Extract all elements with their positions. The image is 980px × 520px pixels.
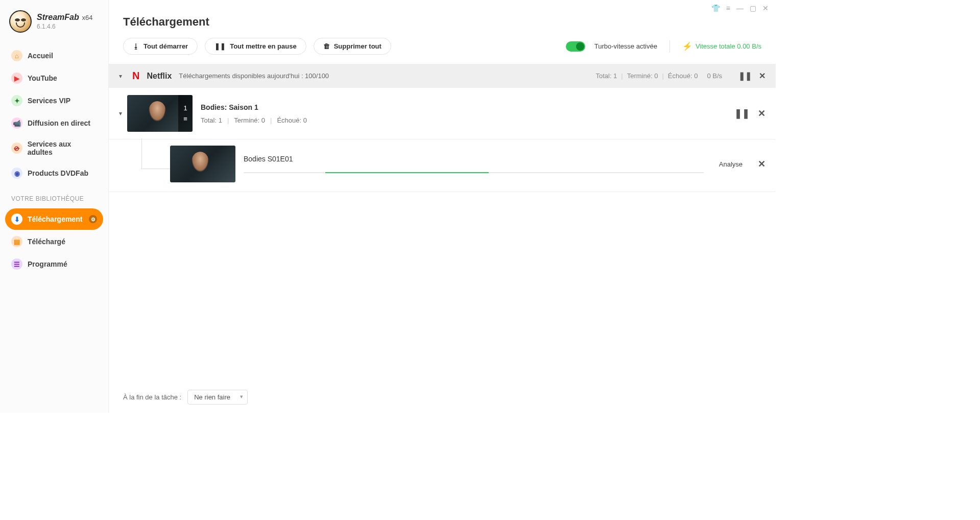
thumbnail-overlay: 1 ≡: [178, 95, 193, 132]
cancel-group-button[interactable]: ✕: [759, 71, 766, 81]
start-all-button[interactable]: ⭳ Tout démarrer: [123, 38, 198, 55]
sidebar-item-dvdfab[interactable]: ◉ Products DVDFab: [5, 162, 103, 184]
pause-season-button[interactable]: ❚❚: [734, 108, 750, 119]
sidebar-item-home[interactable]: ⌂ Accueil: [5, 45, 103, 66]
pause-icon: ❚❚: [214, 42, 226, 50]
chevron-down-icon[interactable]: ▾: [119, 73, 122, 80]
sidebar-item-downloaded[interactable]: ▤ Téléchargé: [5, 231, 103, 252]
download-start-icon: ⭳: [133, 42, 139, 50]
page-title: Téléchargement: [109, 0, 776, 38]
dvdfab-icon: ◉: [11, 168, 22, 179]
pause-group-button[interactable]: ❚❚: [738, 71, 752, 81]
app-logo-block: StreamFab x64 6.1.4.6: [0, 10, 108, 42]
tree-connector: [141, 138, 172, 169]
adult-icon: ⊘: [11, 143, 22, 154]
download-icon: ⬇: [11, 214, 22, 225]
sidebar-item-downloading[interactable]: ⬇ Téléchargement ⚙: [5, 208, 103, 230]
stat-total: Total: 1: [201, 116, 222, 124]
sidebar-item-label: YouTube: [28, 74, 57, 82]
nav-services: ⌂ Accueil ▶ YouTube ✦ Services VIP 📹 Dif…: [0, 42, 108, 188]
episode-status: Analyse: [719, 160, 743, 168]
gear-icon[interactable]: ⚙: [89, 215, 97, 223]
library-section-label: VOTRE BIBLIOTHÈQUE: [0, 188, 108, 205]
cancel-season-button[interactable]: ✕: [758, 108, 766, 119]
playlist-icon: ≡: [183, 115, 187, 123]
app-logo-icon: [9, 10, 32, 33]
shirt-icon[interactable]: 👕: [711, 4, 720, 12]
episode-actions: ✕: [758, 158, 766, 170]
episode-thumbnail: [170, 146, 235, 182]
app-name: StreamFab: [37, 13, 79, 21]
episode-title: Bodies S01E01: [244, 155, 704, 163]
pause-all-button[interactable]: ❚❚ Tout mettre en pause: [205, 38, 306, 55]
sidebar-item-label: Services aux adultes: [28, 140, 97, 156]
nav-library: ⬇ Téléchargement ⚙ ▤ Téléchargé ☰ Progra…: [0, 205, 108, 279]
sidebar-item-scheduled[interactable]: ☰ Programmé: [5, 253, 103, 275]
sidebar-item-label: Accueil: [28, 52, 53, 60]
sidebar-item-vip[interactable]: ✦ Services VIP: [5, 90, 103, 111]
maximize-button[interactable]: ▢: [750, 4, 756, 12]
season-title: Bodies: Saison 1: [201, 103, 307, 111]
youtube-icon: ▶: [11, 73, 22, 84]
progress-bar: [244, 172, 704, 173]
app-arch: x64: [82, 14, 93, 21]
delete-all-button[interactable]: 🗑 Supprimer tout: [314, 38, 391, 55]
group-stats: Total: 1 | Terminé: 0 | Échoué: 0 0 B/s: [595, 72, 722, 80]
sidebar-item-label: Téléchargement: [28, 215, 82, 223]
stat-failed: Échoué: 0: [277, 116, 307, 124]
stat-finished: Terminé: 0: [234, 116, 265, 124]
netflix-logo-icon: N: [132, 70, 139, 82]
calendar-icon: ☰: [11, 258, 22, 270]
home-icon: ⌂: [11, 50, 22, 61]
sidebar-item-label: Programmé: [28, 260, 67, 268]
stat-failed: Échoué: 0: [668, 72, 698, 80]
speed-total: ⚡ Vitesse totale 0.00 B/s: [682, 41, 761, 51]
window-controls: 👕 ≡ — ▢ ✕: [711, 4, 769, 12]
after-task-label: À la fin de la tâche :: [123, 393, 181, 401]
select-value: Ne rien faire: [194, 393, 230, 401]
bolt-icon: ⚡: [682, 41, 692, 51]
provider-name: Netflix: [147, 72, 172, 81]
sidebar-item-label: Products DVDFab: [28, 169, 88, 177]
sidebar-item-label: Services VIP: [28, 97, 70, 105]
toolbar: ⭳ Tout démarrer ❚❚ Tout mettre en pause …: [109, 38, 776, 64]
cancel-episode-button[interactable]: ✕: [758, 159, 766, 169]
trash-icon: 🗑: [323, 42, 330, 50]
footer: À la fin de la tâche : Ne rien faire: [109, 383, 776, 413]
progress-indeterminate: [325, 172, 489, 173]
sidebar: StreamFab x64 6.1.4.6 ⌂ Accueil ▶ YouTub…: [0, 0, 109, 413]
turbo-toggle[interactable]: [566, 41, 585, 52]
minimize-button[interactable]: —: [736, 4, 744, 12]
chevron-down-icon[interactable]: ▾: [119, 110, 122, 117]
stat-total: Total: 1: [595, 72, 617, 80]
vip-icon: ✦: [11, 95, 22, 106]
turbo-label: Turbo-vitesse activée: [594, 42, 657, 50]
button-label: Tout démarrer: [144, 42, 188, 50]
button-label: Supprimer tout: [334, 42, 381, 50]
main-panel: 👕 ≡ — ▢ ✕ Téléchargement ⭳ Tout démarrer…: [109, 0, 776, 413]
app-version: 6.1.4.6: [37, 23, 93, 30]
group-actions: ❚❚ ✕: [738, 71, 766, 81]
after-task-select[interactable]: Ne rien faire: [187, 390, 248, 405]
close-button[interactable]: ✕: [762, 4, 769, 12]
sidebar-item-label: Diffusion en direct: [28, 119, 90, 127]
menu-icon[interactable]: ≡: [726, 4, 730, 12]
episode-count-badge: 1: [183, 104, 187, 112]
separator: [670, 40, 670, 53]
available-today: Téléchargements disponibles aujourd'hui …: [179, 72, 329, 80]
sidebar-item-youtube[interactable]: ▶ YouTube: [5, 67, 103, 89]
sidebar-item-live[interactable]: 📹 Diffusion en direct: [5, 112, 103, 134]
stat-finished: Terminé: 0: [627, 72, 658, 80]
season-row: ▾ 1 ≡ Bodies: Saison 1 Total: 1 | Termin…: [109, 88, 776, 139]
season-actions: ❚❚ ✕: [734, 108, 766, 119]
provider-group-header: ▾ N Netflix Téléchargements disponibles …: [109, 64, 776, 88]
season-thumbnail: 1 ≡: [127, 95, 193, 132]
button-label: Tout mettre en pause: [230, 42, 297, 50]
speed-total-value: Vitesse totale 0.00 B/s: [696, 42, 761, 50]
season-stats: Total: 1 | Terminé: 0 | Échoué: 0: [201, 116, 307, 124]
live-icon: 📹: [11, 117, 22, 129]
stat-speed: 0 B/s: [707, 72, 722, 80]
sidebar-item-label: Téléchargé: [28, 238, 65, 246]
sidebar-item-adult[interactable]: ⊘ Services aux adultes: [5, 135, 103, 161]
folder-icon: ▤: [11, 236, 22, 247]
